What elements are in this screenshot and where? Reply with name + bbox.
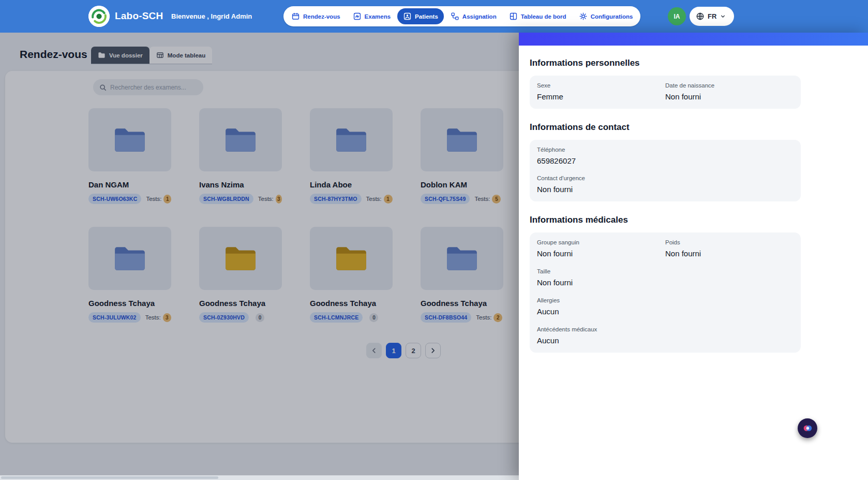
- field-antecedents: Antécédents médicaux Aucun: [537, 326, 794, 345]
- main-nav: Rendez-vous Examens Patients Assignation: [283, 6, 640, 26]
- dashboard-icon: [509, 12, 518, 21]
- calendar-icon: [291, 12, 300, 21]
- field-value: Non fourni: [537, 185, 794, 194]
- language-selector[interactable]: FR: [690, 7, 734, 26]
- avatar[interactable]: IA: [668, 7, 686, 25]
- field-label: Poids: [665, 239, 794, 245]
- chevron-down-icon: [720, 13, 726, 20]
- modal-backdrop[interactable]: [0, 33, 519, 480]
- gear-icon: [579, 12, 588, 21]
- patient-badge-icon: [403, 12, 412, 21]
- field-label: Téléphone: [537, 147, 794, 153]
- nav-item-examens[interactable]: Examens: [347, 8, 397, 24]
- field-allergies: Allergies Aucun: [537, 297, 794, 316]
- contact-info-card: Téléphone 659826027 Contact d'urgence No…: [530, 140, 801, 201]
- language-code: FR: [708, 12, 716, 20]
- nav-label: Configurations: [591, 13, 633, 20]
- nav-label: Assignation: [462, 13, 497, 20]
- field-date-naissance: Date de naissance Non fourni: [665, 82, 794, 101]
- field-telephone: Téléphone 659826027: [537, 147, 794, 165]
- nav-label: Examens: [365, 13, 391, 20]
- assistant-widget-button[interactable]: [798, 418, 817, 438]
- field-contact-urgence: Contact d'urgence Non fourni: [537, 175, 794, 194]
- screen: Labo-SCH Bienvenue , Ingrid Admin Rendez…: [0, 0, 868, 480]
- nav-item-assignation[interactable]: Assignation: [445, 8, 502, 24]
- nav-item-configurations[interactable]: Configurations: [573, 8, 639, 24]
- field-label: Antécédents médicaux: [537, 326, 794, 332]
- field-value: Non fourni: [665, 92, 794, 101]
- field-value: Non fourni: [537, 278, 794, 287]
- personal-info-card: Sexe Femme Date de naissance Non fourni: [530, 76, 801, 109]
- top-navigation-bar: Labo-SCH Bienvenue , Ingrid Admin Rendez…: [0, 0, 868, 33]
- field-value: Femme: [537, 92, 665, 101]
- field-groupe-sanguin: Groupe sanguin Non fourni: [537, 239, 665, 258]
- field-value: Non fourni: [665, 249, 794, 258]
- field-value: Aucun: [537, 336, 794, 345]
- nav-item-tableau-de-bord[interactable]: Tableau de bord: [503, 8, 572, 24]
- logo-graphic: [88, 6, 110, 27]
- field-label: Sexe: [537, 82, 665, 89]
- section-title-medical: Informations médicales: [530, 215, 801, 225]
- app-logo: [88, 6, 110, 27]
- field-value: Non fourni: [537, 249, 665, 258]
- section-title-personal: Informations personnelles: [530, 58, 801, 68]
- drawer-banner: [519, 33, 868, 46]
- globe-icon: [696, 12, 705, 21]
- workflow-icon: [451, 12, 459, 21]
- field-taille: Taille Non fourni: [537, 268, 794, 287]
- nav-item-rendez-vous[interactable]: Rendez-vous: [286, 8, 346, 24]
- horizontal-scrollbar[interactable]: [0, 475, 519, 480]
- scrollbar-thumb[interactable]: [1, 476, 218, 479]
- welcome-text: Bienvenue , Ingrid Admin: [171, 12, 252, 20]
- field-label: Date de naissance: [665, 82, 794, 89]
- assistant-widget-icon: [802, 423, 813, 434]
- nav-label: Patients: [415, 13, 438, 20]
- field-value: 659826027: [537, 156, 794, 165]
- drawer-body: Informations personnelles Sexe Femme Dat…: [519, 46, 868, 379]
- nav-label: Tableau de bord: [521, 13, 566, 20]
- nav-item-patients[interactable]: Patients: [397, 8, 444, 24]
- field-label: Taille: [537, 268, 794, 274]
- section-title-contact: Informations de contact: [530, 122, 801, 133]
- field-label: Groupe sanguin: [537, 239, 665, 245]
- nav-label: Rendez-vous: [303, 13, 340, 20]
- patient-details-drawer: Informations personnelles Sexe Femme Dat…: [519, 33, 868, 480]
- field-poids: Poids Non fourni: [665, 239, 794, 258]
- field-label: Contact d'urgence: [537, 175, 794, 181]
- activity-icon: [353, 12, 362, 21]
- field-value: Aucun: [537, 307, 794, 316]
- medical-info-card: Groupe sanguin Non fourni Poids Non four…: [530, 232, 801, 353]
- field-label: Allergies: [537, 297, 794, 303]
- brand-name: Labo-SCH: [115, 10, 163, 22]
- field-sexe: Sexe Femme: [537, 82, 665, 101]
